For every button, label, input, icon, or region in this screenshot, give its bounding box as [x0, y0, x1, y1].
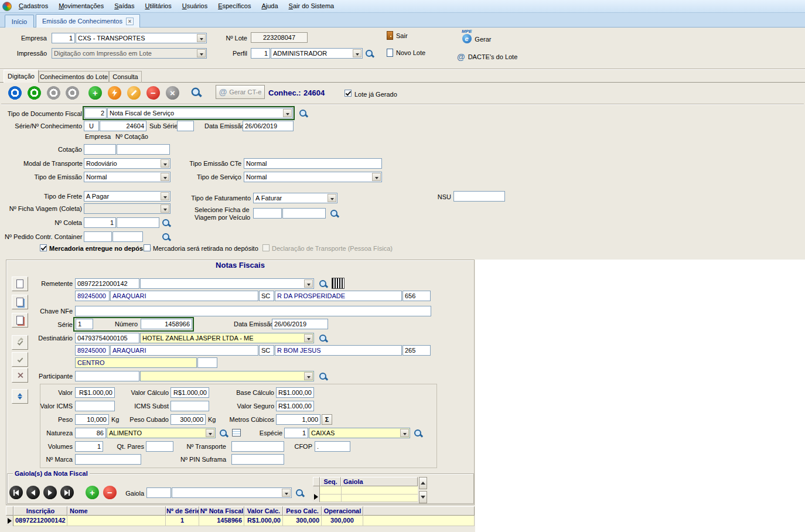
novo-lote-button[interactable]: Novo Lote — [387, 49, 425, 57]
dactes-button[interactable]: @ DACTE's do Lote — [457, 53, 517, 61]
nota-serie-field[interactable]: 1 — [76, 319, 93, 329]
pedido-search-icon[interactable] — [162, 233, 171, 242]
volumes-field[interactable]: 1 — [75, 441, 103, 452]
menu-sair-sistema[interactable]: Sair do Sistema — [284, 0, 340, 12]
especie-combo[interactable]: CAIXAS — [309, 428, 410, 438]
peso-field[interactable]: 10,000 — [75, 414, 109, 425]
declaracao-checkbox[interactable] — [262, 244, 270, 251]
perfil-code-field[interactable]: 1 — [251, 48, 270, 59]
import-nota-button[interactable] — [12, 295, 28, 309]
menu-cadastros[interactable]: Cadastros — [13, 0, 53, 12]
perfil-search-icon[interactable] — [365, 49, 374, 59]
remetente-cep-field[interactable]: 89245000 — [75, 291, 110, 301]
tab-inicio[interactable]: Início — [5, 15, 34, 28]
grid-header-operacional[interactable]: Operacional — [322, 506, 363, 516]
menu-saidas[interactable]: Saídas — [109, 0, 139, 12]
chevron-down-icon[interactable] — [161, 159, 169, 168]
chevron-down-icon[interactable] — [328, 194, 336, 202]
goto-first-button[interactable] — [8, 86, 22, 100]
peso-cubado-field[interactable]: 300,000 — [170, 414, 206, 425]
coleta-search-icon[interactable] — [162, 219, 171, 228]
natureza-table-icon[interactable] — [232, 429, 241, 436]
goto-next-button[interactable] — [47, 86, 60, 100]
tipo-doc-code-field[interactable]: 2 — [84, 108, 107, 118]
tipo-servico-combo[interactable]: Normal — [244, 172, 382, 182]
valor-field[interactable]: R$1.000,00 — [75, 387, 115, 398]
chevron-down-icon[interactable] — [206, 429, 214, 437]
destinatario-rua-field[interactable]: R BOM JESUS — [275, 345, 402, 356]
gaiola-grid-seq-header[interactable]: Seq. — [320, 477, 341, 486]
remetente-combo[interactable] — [140, 278, 314, 289]
tipo-doc-search-icon[interactable] — [299, 109, 308, 118]
participante-doc-field[interactable] — [75, 371, 139, 381]
participante-search-icon[interactable] — [319, 372, 328, 381]
tipo-frete-combo[interactable]: A Pagar — [84, 191, 170, 202]
gaiola-next-button[interactable] — [43, 486, 57, 499]
gaiola-last-button[interactable] — [60, 486, 74, 499]
chevron-down-icon[interactable] — [283, 109, 292, 117]
goto-prior-button[interactable] — [28, 86, 41, 100]
nota-numero-field[interactable]: 1458966 — [141, 319, 192, 329]
faturamento-combo[interactable]: A Faturar — [253, 193, 337, 203]
gaiola-add-button[interactable]: + — [86, 486, 99, 499]
sigma-button[interactable]: Σ — [322, 414, 332, 425]
empresa-code-field[interactable]: 1 — [52, 33, 75, 43]
grid-header-peso[interactable]: Peso Calc. — [283, 506, 322, 516]
ficha-veiculo-code-field[interactable] — [253, 208, 282, 219]
entregue-checkbox[interactable] — [40, 244, 47, 251]
gerar-cte-button[interactable]: @ Gerar CT-e — [216, 85, 265, 99]
ficha-viagem-combo[interactable] — [84, 203, 170, 214]
qt-pares-field[interactable] — [146, 441, 173, 452]
remetente-search-icon[interactable] — [319, 279, 328, 289]
grid-cell-peso[interactable]: 300,000 — [283, 516, 322, 526]
new-nota-button[interactable] — [12, 277, 28, 291]
destinatario-combo[interactable]: HOTEL ZANELLA JASPER LTDA - ME — [140, 333, 314, 343]
grid-cell-nome[interactable] — [67, 516, 166, 526]
especie-search-icon[interactable] — [414, 429, 423, 438]
menu-utilitarios[interactable]: Utilitários — [139, 0, 176, 12]
chevron-down-icon[interactable] — [161, 192, 169, 200]
chevron-down-icon[interactable] — [161, 204, 169, 213]
gaiola-first-button[interactable] — [9, 486, 23, 499]
destinatario-cep-field[interactable]: 89245000 — [75, 345, 110, 356]
subtab-conhecimentos[interactable]: Conhecimentos do Lote — [39, 71, 109, 83]
chevron-down-icon[interactable] — [372, 173, 381, 181]
gaiola-search-icon[interactable] — [295, 489, 305, 498]
natureza-combo[interactable]: ALIMENTO — [107, 428, 216, 438]
chevron-down-icon[interactable] — [161, 173, 169, 181]
goto-last-button[interactable] — [66, 86, 79, 100]
especie-code-field[interactable]: 1 — [284, 428, 308, 438]
cfop-field[interactable]: . — [315, 441, 350, 452]
n-marca-field[interactable] — [75, 454, 141, 465]
chevron-down-icon[interactable] — [304, 279, 313, 288]
grid-cell-nota[interactable]: 1458966 — [199, 516, 244, 526]
menu-especificos[interactable]: Específicos — [213, 0, 256, 12]
pedido-code-field[interactable] — [84, 231, 112, 242]
remetente-uf-field[interactable]: SC — [259, 291, 274, 301]
grid-cell-operacional[interactable]: 300,000 — [322, 516, 363, 526]
numero-conhecimento-field[interactable]: 24604 — [100, 121, 146, 131]
natureza-search-icon[interactable] — [219, 429, 228, 438]
gerar-button[interactable]: MPE e Gerar — [462, 29, 491, 43]
grid-header-inscricao[interactable]: Inscrição — [13, 506, 67, 516]
lote-gerado-checkbox[interactable] — [344, 90, 352, 97]
gaiola-prior-button[interactable] — [26, 486, 40, 499]
destinatario-bairro-field[interactable]: CENTRO — [75, 357, 197, 368]
n-transporte-field[interactable] — [231, 441, 284, 452]
chevron-down-icon[interactable] — [304, 372, 313, 380]
sair-button[interactable]: Sair — [387, 31, 408, 40]
empresa-combo[interactable]: CXS - TRANSPORTES — [76, 33, 207, 43]
emissao-cte-field[interactable]: Normal — [244, 158, 382, 169]
metros-cubicos-field[interactable]: 1,000 — [276, 414, 320, 425]
coleta-code-field[interactable]: 1 — [84, 217, 116, 228]
destinatario-doc-field[interactable]: 04793754000105 — [75, 333, 139, 343]
menu-usuarios[interactable]: Usuários — [177, 0, 213, 12]
serie-field[interactable]: U — [84, 121, 99, 131]
tipo-doc-combo[interactable]: Nota Fiscal de Serviço — [107, 108, 293, 118]
destinatario-cidade-field[interactable]: ARAQUARI — [110, 345, 258, 356]
grid-header-valor[interactable]: Valor Calc. — [244, 506, 283, 516]
add-record-button[interactable]: + — [88, 86, 102, 100]
tipo-emissao-combo[interactable]: Normal — [84, 172, 170, 182]
destinatario-numero-field[interactable]: 265 — [403, 345, 431, 356]
icms-subst-field[interactable] — [170, 401, 209, 411]
